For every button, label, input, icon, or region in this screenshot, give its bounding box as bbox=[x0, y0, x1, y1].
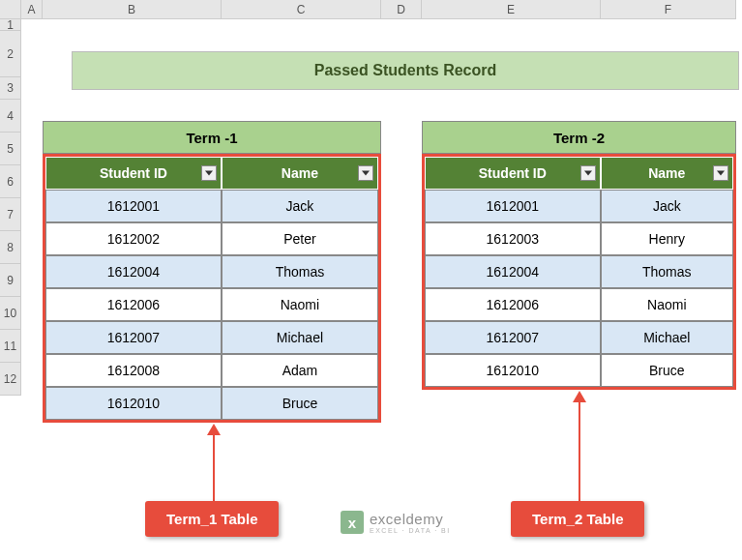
watermark-logo-icon: x bbox=[341, 511, 364, 534]
row-header-5[interactable]: 5 bbox=[0, 133, 21, 165]
term2-col-id-label: Student ID bbox=[479, 165, 547, 181]
term1-col-name-label: Name bbox=[282, 165, 318, 181]
term1-col-id[interactable]: Student ID bbox=[45, 157, 222, 190]
filter-dropdown-icon[interactable] bbox=[580, 165, 596, 181]
cell-name[interactable]: Thomas bbox=[601, 255, 733, 288]
filter-dropdown-icon[interactable] bbox=[358, 165, 373, 181]
svg-marker-3 bbox=[717, 171, 725, 176]
cell-id[interactable]: 1612003 bbox=[425, 222, 601, 255]
term2-col-id[interactable]: Student ID bbox=[425, 157, 601, 190]
row-header-7[interactable]: 7 bbox=[0, 198, 21, 231]
table-row: 1612003Henry bbox=[425, 222, 733, 255]
cell-id[interactable]: 1612006 bbox=[45, 288, 222, 321]
table-row: 1612004Thomas bbox=[425, 255, 733, 288]
row-header-1[interactable]: 1 bbox=[0, 19, 21, 31]
term2-table: Student ID Name 1612001Jack1612003Henry1… bbox=[422, 154, 736, 390]
cell-name[interactable]: Adam bbox=[222, 354, 378, 387]
col-header-F[interactable]: F bbox=[601, 0, 736, 19]
cell-name[interactable]: Jack bbox=[222, 190, 378, 222]
row-header-6[interactable]: 6 bbox=[0, 165, 21, 198]
term1-table: Student ID Name 1612001Jack1612002Peter1… bbox=[43, 154, 381, 423]
watermark-tagline: EXCEL · DATA · BI bbox=[370, 527, 451, 534]
term1-header: Term -1 bbox=[43, 121, 381, 154]
cell-name[interactable]: Bruce bbox=[601, 354, 733, 387]
cell-name[interactable]: Peter bbox=[222, 222, 378, 255]
term2-callout: Term_2 Table bbox=[511, 501, 644, 537]
row-header-8[interactable]: 8 bbox=[0, 231, 21, 264]
table-row: 1612007Michael bbox=[45, 321, 378, 354]
arrow-line bbox=[579, 402, 580, 501]
row-header-3[interactable]: 3 bbox=[0, 77, 21, 100]
cell-id[interactable]: 1612007 bbox=[425, 321, 601, 354]
cell-id[interactable]: 1612001 bbox=[45, 190, 222, 222]
table-row: 1612001Jack bbox=[45, 190, 378, 222]
cell-id[interactable]: 1612001 bbox=[425, 190, 601, 222]
term1-callout: Term_1 Table bbox=[145, 501, 279, 537]
row-header-2[interactable]: 2 bbox=[0, 31, 21, 77]
filter-dropdown-icon[interactable] bbox=[713, 165, 728, 181]
arrow-line bbox=[213, 435, 215, 501]
cell-id[interactable]: 1612002 bbox=[45, 222, 222, 255]
cell-id[interactable]: 1612010 bbox=[425, 354, 601, 387]
cell-id[interactable]: 1612007 bbox=[45, 321, 222, 354]
term2-col-name-label: Name bbox=[648, 165, 685, 181]
table-row: 1612006Naomi bbox=[45, 288, 378, 321]
watermark-brand: exceldemy bbox=[370, 511, 451, 527]
row-header-4[interactable]: 4 bbox=[0, 100, 21, 133]
select-all-corner[interactable] bbox=[0, 0, 21, 19]
col-header-B[interactable]: B bbox=[43, 0, 222, 19]
table-row: 1612006Naomi bbox=[425, 288, 733, 321]
cell-name[interactable]: Michael bbox=[222, 321, 378, 354]
svg-marker-2 bbox=[584, 171, 592, 176]
col-header-C[interactable]: C bbox=[222, 0, 381, 19]
table-row: 1612008Adam bbox=[45, 354, 378, 387]
table-row: 1612002Peter bbox=[45, 222, 378, 255]
row-header-11[interactable]: 11 bbox=[0, 330, 21, 363]
cell-name[interactable]: Naomi bbox=[601, 288, 733, 321]
table-row: 1612010Bruce bbox=[45, 387, 378, 420]
cell-id[interactable]: 1612006 bbox=[425, 288, 601, 321]
row-header-12[interactable]: 12 bbox=[0, 363, 21, 396]
col-header-D[interactable]: D bbox=[381, 0, 422, 19]
cell-name[interactable]: Bruce bbox=[222, 387, 378, 420]
svg-marker-0 bbox=[205, 171, 213, 176]
table-row: 1612001Jack bbox=[425, 190, 733, 222]
term2-header: Term -2 bbox=[422, 121, 736, 154]
watermark: x exceldemy EXCEL · DATA · BI bbox=[341, 511, 451, 534]
term1-col-name[interactable]: Name bbox=[222, 157, 378, 190]
col-header-A[interactable]: A bbox=[21, 0, 43, 19]
row-header-9[interactable]: 9 bbox=[0, 264, 21, 297]
cell-id[interactable]: 1612004 bbox=[425, 255, 601, 288]
term2-col-name[interactable]: Name bbox=[601, 157, 733, 190]
table-row: 1612004Thomas bbox=[45, 255, 378, 288]
cell-id[interactable]: 1612008 bbox=[45, 354, 222, 387]
cell-name[interactable]: Thomas bbox=[222, 255, 378, 288]
cell-id[interactable]: 1612004 bbox=[45, 255, 222, 288]
table-row: 1612010Bruce bbox=[425, 354, 733, 387]
svg-marker-1 bbox=[362, 171, 370, 176]
page-title: Passed Students Record bbox=[72, 51, 739, 90]
cell-name[interactable]: Henry bbox=[601, 222, 733, 255]
arrow-head-icon bbox=[207, 424, 221, 435]
filter-dropdown-icon[interactable] bbox=[201, 165, 217, 181]
arrow-head-icon bbox=[573, 391, 586, 402]
row-header-10[interactable]: 10 bbox=[0, 297, 21, 330]
cell-id[interactable]: 1612010 bbox=[45, 387, 222, 420]
term1-col-id-label: Student ID bbox=[100, 165, 167, 181]
col-header-E[interactable]: E bbox=[422, 0, 601, 19]
cell-name[interactable]: Jack bbox=[601, 190, 733, 222]
cell-name[interactable]: Michael bbox=[601, 321, 733, 354]
table-row: 1612007Michael bbox=[425, 321, 733, 354]
cell-name[interactable]: Naomi bbox=[222, 288, 378, 321]
